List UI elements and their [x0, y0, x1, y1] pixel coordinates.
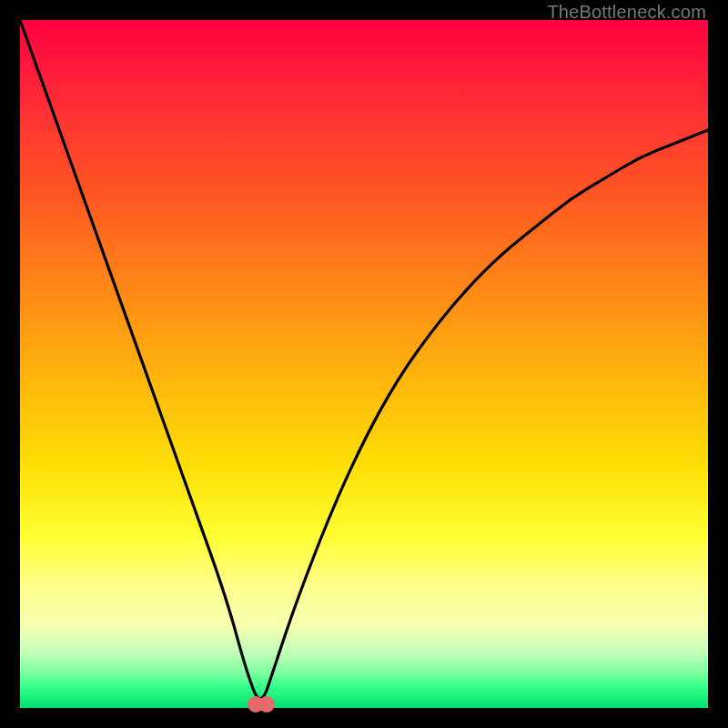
- bottleneck-curve: [20, 20, 708, 699]
- optimum-marker-b: [258, 696, 275, 713]
- chart-frame: [20, 20, 708, 708]
- chart-svg: [20, 20, 708, 708]
